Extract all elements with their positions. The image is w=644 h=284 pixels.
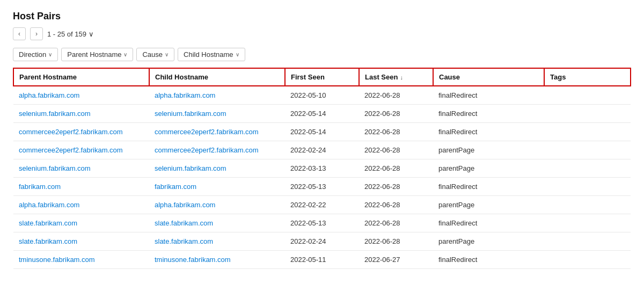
- next-page-button[interactable]: ›: [30, 27, 43, 40]
- column-header-parent: Parent Hostname: [13, 68, 149, 86]
- column-label: First Seen: [291, 73, 325, 81]
- cell-firstSeen: 2022-02-22: [285, 196, 359, 214]
- cell-firstSeen: 2022-05-14: [285, 123, 359, 141]
- table-row: slate.fabrikam.comslate.fabrikam.com2022…: [13, 232, 631, 251]
- cell-lastSeen: 2022-06-28: [359, 196, 433, 214]
- cell-parent[interactable]: alpha.fabrikam.com: [13, 86, 149, 105]
- cell-tags: [544, 123, 631, 141]
- cell-child[interactable]: selenium.fabrikam.com: [149, 159, 285, 178]
- cell-cause: parentPage: [433, 196, 544, 214]
- cell-firstSeen: 2022-05-13: [285, 214, 359, 232]
- column-header-lastSeen[interactable]: Last Seen↓: [359, 68, 433, 86]
- cell-parent[interactable]: commercee2eperf2.fabrikam.com: [13, 123, 149, 141]
- cell-cause: parentPage: [433, 159, 544, 178]
- host-pairs-table: Parent HostnameChild HostnameFirst SeenL…: [13, 68, 631, 269]
- cell-tags: [544, 86, 631, 105]
- chevron-down-icon: ∨: [48, 52, 52, 57]
- cell-lastSeen: 2022-06-28: [359, 86, 433, 105]
- cell-tags: [544, 141, 631, 159]
- cell-cause: finalRedirect: [433, 123, 544, 141]
- cell-child[interactable]: fabrikam.com: [149, 178, 285, 196]
- table-row: selenium.fabrikam.comselenium.fabrikam.c…: [13, 159, 631, 178]
- column-label: Last Seen: [365, 73, 398, 81]
- cell-parent[interactable]: tminusone.fabrikam.com: [13, 251, 149, 269]
- filter-label: Direction: [19, 50, 46, 59]
- cell-lastSeen: 2022-06-28: [359, 123, 433, 141]
- cell-firstSeen: 2022-05-10: [285, 86, 359, 105]
- cell-child[interactable]: commercee2eperf2.fabrikam.com: [149, 141, 285, 159]
- cell-tags: [544, 196, 631, 214]
- table-row: alpha.fabrikam.comalpha.fabrikam.com2022…: [13, 86, 631, 105]
- cell-cause: finalRedirect: [433, 86, 544, 105]
- cell-lastSeen: 2022-06-28: [359, 232, 433, 251]
- cell-parent[interactable]: commercee2eperf2.fabrikam.com: [13, 141, 149, 159]
- filter-button-filter-direction[interactable]: Direction∨: [13, 48, 58, 61]
- filter-button-filter-cause[interactable]: Cause∨: [136, 48, 174, 61]
- cell-parent[interactable]: alpha.fabrikam.com: [13, 196, 149, 214]
- cell-firstSeen: 2022-02-24: [285, 232, 359, 251]
- cell-lastSeen: 2022-06-28: [359, 178, 433, 196]
- cell-child[interactable]: alpha.fabrikam.com: [149, 86, 285, 105]
- filter-label: Parent Hostname: [67, 50, 121, 59]
- cell-parent[interactable]: fabrikam.com: [13, 178, 149, 196]
- filter-label: Child Hostname: [184, 50, 233, 59]
- cell-tags: [544, 159, 631, 178]
- pagination-bar: ‹ › 1 - 25 of 159 ∨: [13, 27, 631, 40]
- page-info-chevron: ∨: [89, 30, 94, 38]
- cell-tags: [544, 178, 631, 196]
- cell-parent[interactable]: selenium.fabrikam.com: [13, 159, 149, 178]
- cell-cause: finalRedirect: [433, 105, 544, 123]
- sort-icon: ↓: [400, 74, 403, 81]
- cell-child[interactable]: slate.fabrikam.com: [149, 214, 285, 232]
- cell-firstSeen: 2022-03-13: [285, 159, 359, 178]
- table-row: tminusone.fabrikam.comtminusone.fabrikam…: [13, 251, 631, 269]
- cell-firstSeen: 2022-05-14: [285, 105, 359, 123]
- cell-child[interactable]: commercee2eperf2.fabrikam.com: [149, 123, 285, 141]
- cell-firstSeen: 2022-05-13: [285, 178, 359, 196]
- table-row: commercee2eperf2.fabrikam.comcommercee2e…: [13, 141, 631, 159]
- cell-parent[interactable]: slate.fabrikam.com: [13, 214, 149, 232]
- cell-lastSeen: 2022-06-28: [359, 105, 433, 123]
- cell-lastSeen: 2022-06-28: [359, 141, 433, 159]
- table-row: selenium.fabrikam.comselenium.fabrikam.c…: [13, 105, 631, 123]
- cell-parent[interactable]: slate.fabrikam.com: [13, 232, 149, 251]
- cell-child[interactable]: tminusone.fabrikam.com: [149, 251, 285, 269]
- cell-lastSeen: 2022-06-28: [359, 159, 433, 178]
- filter-button-filter-child[interactable]: Child Hostname∨: [178, 48, 245, 61]
- chevron-down-icon: ∨: [123, 52, 127, 57]
- page-title: Host Pairs: [13, 11, 631, 22]
- cell-child[interactable]: slate.fabrikam.com: [149, 232, 285, 251]
- column-header-tags: Tags: [544, 68, 631, 86]
- cell-firstSeen: 2022-05-11: [285, 251, 359, 269]
- chevron-down-icon: ∨: [236, 52, 239, 57]
- cell-lastSeen: 2022-06-28: [359, 214, 433, 232]
- filter-button-filter-parent[interactable]: Parent Hostname∨: [61, 48, 133, 61]
- column-label: Child Hostname: [155, 73, 208, 81]
- column-header-cause: Cause: [433, 68, 544, 86]
- cell-tags: [544, 105, 631, 123]
- cell-tags: [544, 251, 631, 269]
- cell-child[interactable]: selenium.fabrikam.com: [149, 105, 285, 123]
- column-header-child: Child Hostname: [149, 68, 285, 86]
- filter-label: Cause: [142, 50, 163, 59]
- cell-cause: finalRedirect: [433, 251, 544, 269]
- table-row: fabrikam.comfabrikam.com2022-05-132022-0…: [13, 178, 631, 196]
- cell-parent[interactable]: selenium.fabrikam.com: [13, 105, 149, 123]
- table-row: alpha.fabrikam.comalpha.fabrikam.com2022…: [13, 196, 631, 214]
- column-label: Parent Hostname: [19, 73, 77, 81]
- cell-cause: finalRedirect: [433, 178, 544, 196]
- cell-tags: [544, 214, 631, 232]
- prev-page-button[interactable]: ‹: [13, 27, 26, 40]
- cell-cause: finalRedirect: [433, 214, 544, 232]
- page-info-text: 1 - 25 of 159: [47, 30, 86, 38]
- cell-firstSeen: 2022-02-24: [285, 141, 359, 159]
- page-info[interactable]: 1 - 25 of 159 ∨: [47, 30, 94, 38]
- column-label: Tags: [550, 73, 566, 81]
- column-header-firstSeen: First Seen: [285, 68, 359, 86]
- filter-bar: Direction∨Parent Hostname∨Cause∨Child Ho…: [13, 48, 631, 61]
- column-label: Cause: [439, 73, 460, 81]
- table-row: commercee2eperf2.fabrikam.comcommercee2e…: [13, 123, 631, 141]
- cell-child[interactable]: alpha.fabrikam.com: [149, 196, 285, 214]
- cell-tags: [544, 232, 631, 251]
- cell-cause: parentPage: [433, 141, 544, 159]
